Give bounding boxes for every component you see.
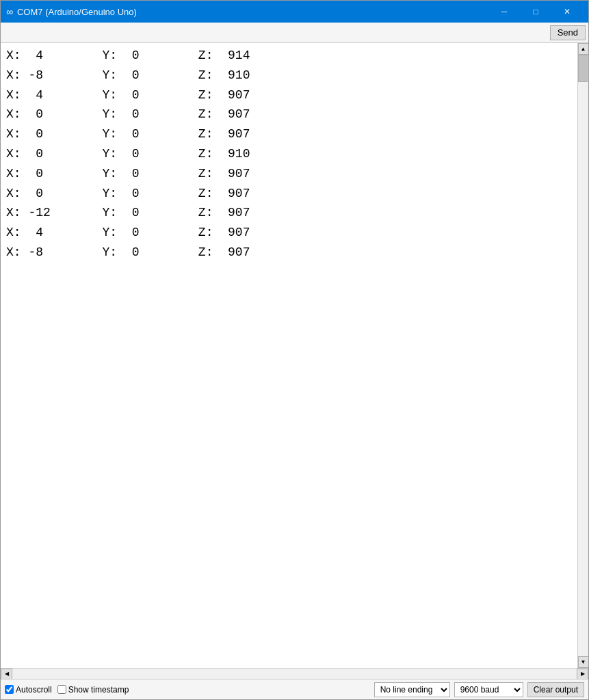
line-ending-dropdown[interactable]: No line endingNewlineCarriage returnBoth… <box>374 682 450 697</box>
title-bar-controls: ─ □ ✕ <box>488 1 583 23</box>
output-line: X: 0 Y: 0 Z: 907 <box>6 184 572 204</box>
maximize-button[interactable]: □ <box>520 1 551 23</box>
serial-output: X: 4 Y: 0 Z: 914X: -8 Y: 0 Z: 910X: 4 Y:… <box>1 43 577 668</box>
output-line: X: -12 Y: 0 Z: 907 <box>6 203 572 223</box>
window-icon: ∞ <box>6 6 13 17</box>
horizontal-scrollbar: ◀ ▶ <box>1 668 588 679</box>
output-line: X: 0 Y: 0 Z: 907 <box>6 164 572 184</box>
vertical-scrollbar: ▲ ▼ <box>577 43 588 668</box>
status-left: Autoscroll Show timestamp <box>5 685 374 695</box>
output-line: X: 4 Y: 0 Z: 907 <box>6 223 572 243</box>
output-line: X: 0 Y: 0 Z: 907 <box>6 105 572 124</box>
output-line: X: 4 Y: 0 Z: 907 <box>6 85 572 105</box>
send-button[interactable]: Send <box>550 25 586 40</box>
scroll-up-button[interactable]: ▲ <box>578 43 589 55</box>
output-line: X: -8 Y: 0 Z: 907 <box>6 243 572 262</box>
autoscroll-checkbox[interactable] <box>5 685 14 694</box>
scroll-right-button[interactable]: ▶ <box>577 669 588 679</box>
close-button[interactable]: ✕ <box>551 1 583 23</box>
scroll-down-button[interactable]: ▼ <box>578 656 589 668</box>
output-line: X: 4 Y: 0 Z: 914 <box>6 46 572 66</box>
baud-rate-dropdown[interactable]: 300 baud1200 baud2400 baud4800 baud9600 … <box>454 682 523 697</box>
main-window: ∞ COM7 (Arduino/Genuino Uno) ─ □ ✕ Send … <box>0 0 589 700</box>
output-line: X: -8 Y: 0 Z: 910 <box>6 66 572 85</box>
status-bar: Autoscroll Show timestamp No line ending… <box>1 679 588 699</box>
show-timestamp-checkbox[interactable] <box>57 685 66 694</box>
output-line: X: 0 Y: 0 Z: 910 <box>6 144 572 164</box>
autoscroll-label[interactable]: Autoscroll <box>5 685 52 695</box>
scrollbar-track[interactable] <box>578 55 588 656</box>
show-timestamp-label[interactable]: Show timestamp <box>57 685 129 695</box>
clear-output-button[interactable]: Clear output <box>527 682 584 697</box>
status-right: No line endingNewlineCarriage returnBoth… <box>374 682 584 697</box>
output-line: X: 0 Y: 0 Z: 907 <box>6 124 572 144</box>
hscrollbar-track[interactable] <box>12 669 577 679</box>
content-area: X: 4 Y: 0 Z: 914X: -8 Y: 0 Z: 910X: 4 Y:… <box>1 43 588 668</box>
toolbar: Send <box>1 23 588 43</box>
title-bar: ∞ COM7 (Arduino/Genuino Uno) ─ □ ✕ <box>1 1 588 23</box>
window-title: COM7 (Arduino/Genuino Uno) <box>17 7 488 17</box>
show-timestamp-text: Show timestamp <box>68 685 129 695</box>
scroll-left-button[interactable]: ◀ <box>1 669 12 679</box>
autoscroll-text: Autoscroll <box>16 685 52 695</box>
scrollbar-thumb[interactable] <box>578 55 588 82</box>
minimize-button[interactable]: ─ <box>488 1 520 23</box>
